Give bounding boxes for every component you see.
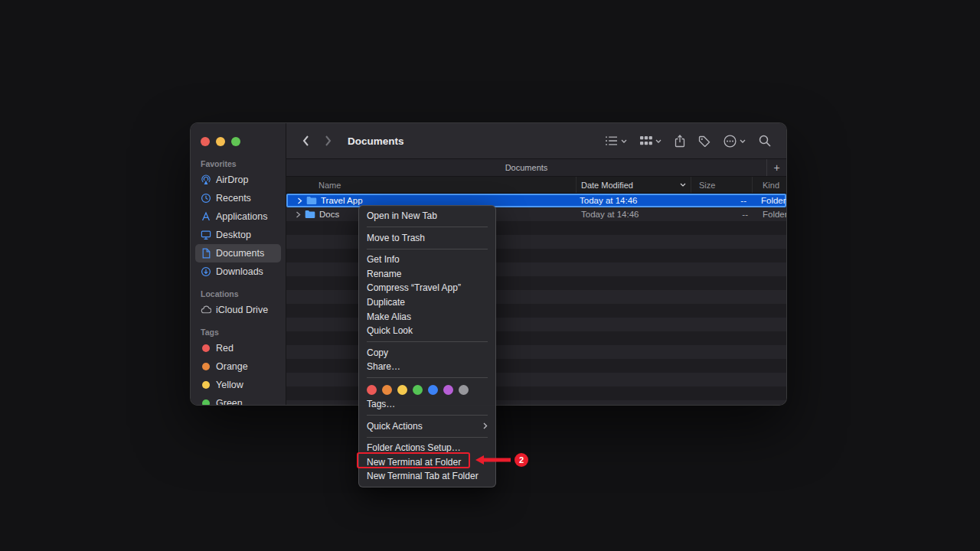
sidebar-item-downloads[interactable]: Downloads [195,262,281,281]
menu-item-get-info[interactable]: Get Info [359,253,495,267]
airdrop-icon [201,174,211,185]
chevron-down-icon [621,139,627,143]
annotation-step-badge: 2 [514,453,528,467]
disclosure-chevron-icon[interactable] [297,197,302,204]
tag-dot-red[interactable] [367,385,377,395]
share-button[interactable] [675,135,685,148]
chevron-down-icon [655,139,662,143]
annotation-highlight-box [357,452,470,468]
applications-icon [201,211,211,222]
sidebar-item-recents[interactable]: Recents [195,189,281,207]
menu-item-quick-actions[interactable]: Quick Actions [359,419,495,434]
menu-item-tags[interactable]: Tags… [359,397,495,412]
close-window-button[interactable] [201,137,210,146]
new-tab-button[interactable]: + [766,159,786,176]
tag-dot-yellow[interactable] [397,385,407,395]
file-date-modified: Today at 14:46 [577,210,691,219]
window-title: Documents [348,135,404,147]
file-name: Docs [319,210,339,219]
sidebar-item-tag-orange[interactable]: Orange [195,357,281,376]
tag-dot-orange[interactable] [382,385,392,395]
menu-tag-colors [359,382,495,397]
search-icon [759,135,771,147]
menu-separator [367,341,488,342]
zoom-window-button[interactable] [231,137,240,146]
toolbar: Documents [286,123,786,158]
yellow-tag-icon [202,381,210,389]
group-by-button[interactable] [640,135,662,146]
sidebar-item-tag-green[interactable]: Green [195,394,281,405]
view-options-button[interactable] [605,135,627,146]
menu-item-new-terminal-tab-at-folder[interactable]: New Terminal Tab at Folder [359,469,495,484]
clock-icon [201,193,211,204]
sidebar-item-label: Documents [216,248,264,259]
tag-button[interactable] [698,135,710,147]
sidebar-item-tag-red[interactable]: Red [195,339,281,357]
tab-documents[interactable]: Documents [286,163,766,172]
menu-item-rename[interactable]: Rename [359,267,495,282]
sidebar-item-airdrop[interactable]: AirDrop [195,171,281,189]
chevron-down-icon [740,139,746,143]
disclosure-chevron-icon[interactable] [296,211,301,218]
menu-item-compress[interactable]: Compress “Travel App” [359,281,495,295]
sort-chevron-icon [680,183,686,187]
desktop-background: Favorites AirDrop Recents Applications [0,0,980,551]
downloads-icon [201,266,211,277]
chevron-right-icon [325,135,332,147]
tag-icon [698,135,710,147]
column-header-kind[interactable]: Kind [753,177,786,193]
file-size: -- [691,210,753,219]
menu-separator [367,377,488,378]
sidebar-section-tags: Tags [201,328,286,337]
cloud-icon [201,305,211,315]
sidebar-item-desktop[interactable]: Desktop [195,226,281,244]
tag-dot-blue[interactable] [428,385,438,395]
file-date-modified: Today at 14:46 [575,196,690,205]
sidebar-item-label: AirDrop [216,174,248,185]
file-name: Travel App [321,196,363,205]
menu-item-share[interactable]: Share… [359,360,495,374]
minimize-window-button[interactable] [216,137,225,146]
search-button[interactable] [759,135,771,147]
sidebar-section-favorites: Favorites [201,159,286,168]
column-header-date-modified[interactable]: Date Modified [577,177,691,193]
column-header-size[interactable]: Size [691,177,753,193]
menu-item-copy[interactable]: Copy [359,346,495,360]
menu-item-move-to-trash[interactable]: Move to Trash [359,231,495,246]
submenu-chevron-icon [483,422,488,429]
column-header-label: Date Modified [581,181,633,190]
orange-tag-icon [202,363,210,370]
tag-dot-gray[interactable] [459,385,469,395]
sidebar-item-label: iCloud Drive [216,305,268,315]
menu-separator [367,415,488,416]
sidebar-item-label: Desktop [216,230,251,240]
sidebar-item-label: Downloads [216,266,263,277]
menu-item-quick-look[interactable]: Quick Look [359,324,495,338]
menu-item-make-alias[interactable]: Make Alias [359,310,495,324]
tag-dot-green[interactable] [413,385,423,395]
forward-button[interactable] [320,132,337,149]
column-header-name[interactable]: Name [286,177,577,193]
sidebar-item-documents[interactable]: Documents [195,244,281,262]
menu-separator [367,227,488,227]
menu-item-duplicate[interactable]: Duplicate [359,295,495,310]
sidebar-item-applications[interactable]: Applications [195,207,281,226]
sidebar: Favorites AirDrop Recents Applications [191,123,286,405]
sidebar-item-label: Red [216,343,234,354]
sidebar-item-tag-yellow[interactable]: Yellow [195,376,281,394]
sidebar-item-icloud-drive[interactable]: iCloud Drive [195,301,281,319]
group-icon [640,135,652,146]
menu-separator [367,249,488,249]
menu-item-open-in-new-tab[interactable]: Open in New Tab [359,209,495,223]
folder-icon [305,210,315,219]
view-list-icon [605,135,618,146]
sidebar-item-label: Yellow [216,380,243,390]
back-button[interactable] [297,132,314,149]
file-kind: Folder [753,210,786,219]
menu-separator [367,437,488,438]
context-menu: Open in New Tab Move to Trash Get Info R… [358,205,496,487]
more-options-button[interactable] [724,135,746,148]
tag-dot-purple[interactable] [443,385,453,395]
file-size: -- [690,196,751,205]
red-tag-icon [202,344,210,352]
